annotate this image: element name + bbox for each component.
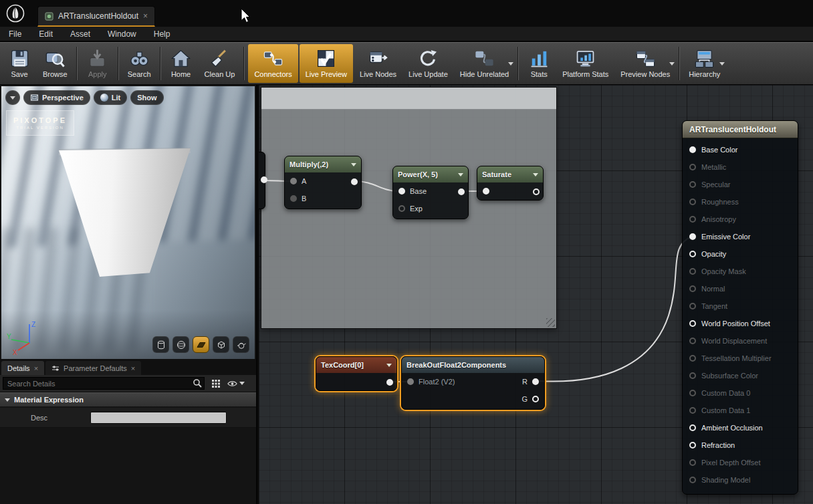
hierarchy-dropdown-icon[interactable] <box>719 62 725 66</box>
search-details-input[interactable] <box>3 377 205 390</box>
preview-shape-sphere-button[interactable] <box>172 336 189 353</box>
node-power[interactable]: Power(X, 5) Base Exp <box>392 166 469 219</box>
pin-dot-icon[interactable] <box>689 372 696 379</box>
material-pin-world-displacement[interactable]: World Displacement <box>683 332 798 350</box>
comment-resize-grip-icon[interactable] <box>546 318 555 327</box>
pin-dot-icon[interactable] <box>689 146 696 153</box>
power-input-base-pin[interactable] <box>398 188 405 195</box>
multiply-output-pin[interactable] <box>351 178 358 185</box>
pin-dot-icon[interactable] <box>689 251 696 257</box>
node-saturate-header[interactable]: Saturate <box>477 166 543 182</box>
menu-window[interactable]: Window <box>99 27 145 41</box>
power-input-exp-pin[interactable] <box>398 205 405 212</box>
browse-button[interactable]: Browse <box>37 43 74 84</box>
saturate-input-pin[interactable] <box>483 188 489 195</box>
pin-dot-icon[interactable] <box>689 233 696 240</box>
save-button[interactable]: Save <box>2 43 37 84</box>
material-pin-roughness[interactable]: Roughness <box>683 193 798 211</box>
material-pin-tangent[interactable]: Tangent <box>683 297 798 315</box>
menu-file[interactable]: File <box>0 27 30 41</box>
menu-edit[interactable]: Edit <box>30 27 62 41</box>
saturate-output-pin[interactable] <box>533 188 540 195</box>
node-texcoord-header[interactable]: TexCoord[0] <box>316 357 396 373</box>
power-output-pin[interactable] <box>458 188 465 195</box>
material-pin-metallic[interactable]: Metallic <box>683 158 798 176</box>
tab-close-icon[interactable]: × <box>143 11 148 21</box>
asset-tab[interactable]: ARTranslucentHoldout × <box>37 6 155 27</box>
apply-button[interactable]: Apply <box>80 43 115 84</box>
pin-dot-icon[interactable] <box>689 303 696 309</box>
comment-box-header[interactable] <box>261 88 556 110</box>
material-node-header[interactable]: ARTranslucentHoldout <box>683 121 798 138</box>
pin-dot-icon[interactable] <box>689 199 696 205</box>
preview-shape-teapot-button[interactable] <box>233 336 249 353</box>
material-pin-opacity-mask[interactable]: Opacity Mask <box>683 263 798 280</box>
pin-dot-icon[interactable] <box>689 216 696 223</box>
pin-dot-icon[interactable] <box>689 459 696 466</box>
material-graph-canvas[interactable]: Multiply(,2) A B Power(X, 5) Base <box>259 85 813 504</box>
material-pin-normal[interactable]: Normal <box>683 280 798 297</box>
node-multiply-header[interactable]: Multiply(,2) <box>285 156 361 172</box>
live-update-button[interactable]: Live Update <box>402 43 454 84</box>
preview-viewport[interactable]: Perspective Lit Show PIXOTOPE TRIAL VERS… <box>1 86 255 359</box>
breakout-output-r-pin[interactable] <box>532 378 539 385</box>
material-pin-opacity[interactable]: Opacity <box>683 245 798 263</box>
hide-unrelated-dropdown-icon[interactable] <box>508 62 513 66</box>
pin-dot-icon[interactable] <box>689 338 696 344</box>
material-pin-shading-model[interactable]: Shading Model <box>683 471 798 489</box>
pin-dot-icon[interactable] <box>689 320 696 327</box>
material-pin-custom-data-1[interactable]: Custom Data 1 <box>683 402 798 419</box>
pin-dot-icon[interactable] <box>689 442 696 449</box>
perspective-button[interactable]: Perspective <box>23 90 90 105</box>
node-power-header[interactable]: Power(X, 5) <box>393 166 468 182</box>
live-preview-button[interactable]: Live Preview <box>300 44 353 83</box>
pin-dot-icon[interactable] <box>689 407 696 414</box>
search-button[interactable]: Search <box>122 43 157 84</box>
material-pin-world-position-offset[interactable]: World Position Offset <box>683 315 798 332</box>
stub-output-pin[interactable] <box>261 176 267 183</box>
breakout-output-g-pin[interactable] <box>532 396 539 402</box>
details-visibility-button[interactable] <box>227 377 245 390</box>
material-pin-specular[interactable]: Specular <box>683 176 798 193</box>
preview-shape-plane-button[interactable] <box>193 336 209 353</box>
hierarchy-button[interactable]: Hierarchy <box>683 43 726 84</box>
details-tab-close-icon[interactable]: × <box>34 364 38 372</box>
hide-unrelated-button[interactable]: Hide Unrelated <box>454 43 515 84</box>
show-button[interactable]: Show <box>130 90 163 105</box>
material-pin-custom-data-0[interactable]: Custom Data 0 <box>683 384 798 402</box>
details-section-header[interactable]: Material Expression <box>0 392 256 407</box>
details-grid-view-button[interactable] <box>207 377 225 390</box>
preview-nodes-dropdown-icon[interactable] <box>669 62 675 66</box>
pin-dot-icon[interactable] <box>689 355 696 362</box>
menu-asset[interactable]: Asset <box>62 27 99 41</box>
material-pin-pixel-depth-offset[interactable]: Pixel Depth Offset <box>683 454 798 471</box>
collapse-caret-icon[interactable] <box>533 173 538 176</box>
material-pin-refraction[interactable]: Refraction <box>683 436 798 454</box>
pin-dot-icon[interactable] <box>689 181 696 188</box>
collapse-caret-icon[interactable] <box>458 173 463 176</box>
material-result-node[interactable]: ARTranslucentHoldout Base ColorMetallicS… <box>682 120 798 495</box>
material-pin-tessellation-multiplier[interactable]: Tessellation Multiplier <box>683 350 798 367</box>
material-pin-ambient-occlusion[interactable]: Ambient Occlusion <box>683 419 798 436</box>
material-pin-emissive-color[interactable]: Emissive Color <box>683 228 798 245</box>
offscreen-node-stub[interactable] <box>259 152 265 209</box>
clean-up-button[interactable]: Clean Up <box>199 43 241 84</box>
collapse-caret-icon[interactable] <box>351 163 356 166</box>
pin-dot-icon[interactable] <box>689 285 696 292</box>
node-breakout-float2[interactable]: BreakOutFloat2Components Float2 (V2) R G <box>401 356 545 410</box>
pin-dot-icon[interactable] <box>689 424 696 431</box>
pin-dot-icon[interactable] <box>689 390 696 396</box>
node-breakout-header[interactable]: BreakOutFloat2Components <box>402 357 544 373</box>
material-pin-anisotropy[interactable]: Anisotropy <box>683 211 798 228</box>
multiply-input-b-pin[interactable] <box>290 195 297 202</box>
multiply-input-a-pin[interactable] <box>290 178 297 184</box>
home-button[interactable]: Home <box>164 43 199 84</box>
material-pin-subsurface-color[interactable]: Subsurface Color <box>683 367 798 384</box>
tab-details[interactable]: Details × <box>1 361 44 375</box>
lit-button[interactable]: Lit <box>94 90 127 105</box>
viewport-options-button[interactable] <box>5 90 20 105</box>
tab-parameter-defaults[interactable]: Parameter Defaults × <box>45 361 141 375</box>
pin-dot-icon[interactable] <box>689 268 696 275</box>
menu-help[interactable]: Help <box>145 27 179 41</box>
parameter-defaults-tab-close-icon[interactable]: × <box>131 364 135 372</box>
